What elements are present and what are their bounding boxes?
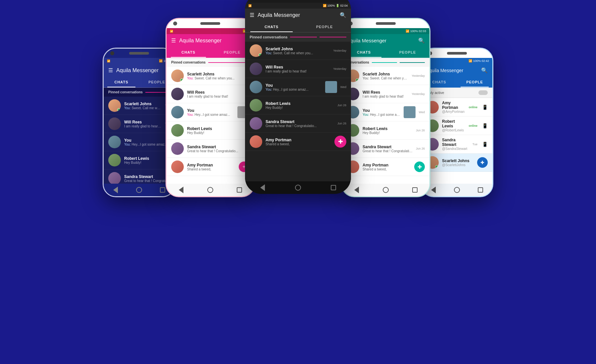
chat-preview-robert-far-left: Hey Buddy! [124,161,170,164]
nav-recent-far-right[interactable] [477,186,484,194]
chat-preview-sandra-right: Great to hear that ! Congratulatio... [363,149,413,153]
front-cam-left [173,22,177,25]
people-item-robert[interactable]: Robert Lewis @RobertLewis online 📱 [422,116,492,135]
people-item-sandra[interactable]: Sandra Stewart @SandraStewart Tue 📱 [422,135,492,154]
chat-item-amy-center[interactable]: Amy Portman Shared a tweed, ✚ [245,133,351,151]
chat-item-will-left[interactable]: Will Rees I am really glad to hear that! [167,85,254,103]
speaker-left [200,22,220,25]
nav-home-right[interactable] [382,186,389,194]
nav-back-far-left[interactable] [112,186,119,194]
search-icon-far-right[interactable]: 🔍 [481,67,488,73]
chat-info-will-center: Will Rees I am really glad to hear that! [266,65,330,73]
nav-home-far-right[interactable] [453,186,461,194]
chat-preview-robert-center: Hey Buddy! [266,106,334,110]
chat-time-sandra-center: Jun 26 [337,122,346,125]
fab-right[interactable]: ✚ [414,161,425,172]
avatar-will-far-left [108,117,121,130]
tab-chats-center[interactable]: CHATS [245,22,298,32]
chat-item-sandra-left[interactable]: Sandra Stewart Great to hear that ! Cong… [167,140,254,158]
search-icon-right[interactable]: 🔍 [418,37,425,44]
menu-icon-far-left[interactable]: ☰ [108,67,113,73]
nav-back-center[interactable] [259,184,266,191]
avatar-sandra-left [171,142,184,155]
app-title-right: Aquila Messenger [347,38,418,43]
nav-recent-far-left[interactable] [159,186,166,194]
chat-item-you-left[interactable]: You You: Hey...I got some amaz... [167,103,254,121]
people-handle-scarlett: @ScarlettJohns [442,163,474,167]
chat-item-scarlett-center[interactable]: Scarlett Johns You: Sweet. Call me when … [245,42,351,60]
nav-recent-right[interactable] [411,186,419,194]
chat-name-will-center: Will Rees [266,65,330,69]
avatar-robert-left [171,124,184,137]
chat-info-scarlett-left: Scarlett Johns You: Sweet. Call me when … [187,72,249,80]
nav-home-far-left[interactable] [135,186,143,194]
avatar-amy-center [250,135,262,148]
chat-name-amy-right: Amy Portman [363,163,411,167]
chat-item-you-far-left[interactable]: You You: Hey...I got some amaz... [104,133,174,151]
chat-time-you-center: Wed [340,85,346,89]
tab-chats-far-left[interactable]: CHATS [104,77,139,87]
status-info-far-right: 📶 100% 02:42 [469,59,489,63]
chat-item-robert-center[interactable]: Robert Lewis Hey Buddy! Jun 26 [245,96,351,114]
tabs-left: CHATS PEOPLE [167,47,254,58]
chat-item-scarlett-left[interactable]: Scarlett Johns You: Sweet. Call me when … [167,67,254,85]
chat-name-will-right: Will Rees [363,90,408,95]
chat-item-will-center[interactable]: Will Rees I am really glad to hear that!… [245,60,351,78]
chat-preview-will-left: I am really glad to hear that! [187,95,249,98]
chat-name-you-right: You [363,108,400,113]
chat-item-sandra-center[interactable]: Sandra Stewart Great to hear that ! Cong… [245,114,351,133]
nav-home-left[interactable] [207,186,214,194]
tab-people-far-right[interactable]: PEOPLE [457,77,492,87]
chat-preview-sandra-far-left: Great to hear that ! Congratulatio... [124,179,170,183]
nav-home-center[interactable] [294,184,302,191]
chat-preview-amy-left: Shared a tweed, [187,167,235,171]
notch-bar-right [342,19,429,28]
tab-chats-left[interactable]: CHATS [167,47,210,58]
screen-far-right: 📶 📶 100% 02:42 Aquila Messenger 🔍 CHATS … [422,58,492,184]
chat-item-will-right[interactable]: Will Rees I am really glad to hear that!… [342,85,429,103]
chat-preview-amy-center: Shared a tweed, [266,142,331,146]
status-icons-center: 📶 [248,4,252,7]
chat-item-amy-right[interactable]: Amy Portman Shared a tweed, ✚ [342,158,429,176]
fab-center[interactable]: ✚ [334,136,346,148]
nav-back-left[interactable] [177,186,185,194]
chat-item-sandra-far-left[interactable]: Sandra Stewart Great to hear that ! Cong… [104,169,174,184]
tab-people-right[interactable]: PEOPLE [386,47,429,58]
nav-recent-center[interactable] [330,184,337,191]
chat-item-robert-right[interactable]: Robert Lewis Hey Buddy! Jun 26 [342,121,429,140]
chat-item-will-far-left[interactable]: Will Rees I am really glad to hear that!… [104,115,174,133]
chat-item-robert-left[interactable]: Robert Lewis Hey Buddy! [167,121,254,140]
notch-bar-far-left [104,49,174,58]
notch-bar-left [167,19,254,28]
nav-back-right[interactable] [353,186,360,194]
home-bar-far-right [422,184,492,196]
chat-time-robert-right: Jun 26 [416,129,425,132]
online-badge-robert: online [469,124,478,127]
chat-item-sandra-right[interactable]: Sandra Stewart Great to hear that ! Cong… [342,140,429,158]
tabs-far-right: CHATS PEOPLE [422,77,492,88]
avatar-sandra-center [250,117,262,130]
people-item-amy[interactable]: Amy Portman @AmyPortman online 📱 [422,98,492,116]
chat-item-you-right[interactable]: You You: Hey...I got some amaz... Wed [342,103,429,121]
menu-icon-center[interactable]: ☰ [250,12,254,18]
chat-name-robert-left: Robert Lewis [187,126,249,131]
chat-item-scarlett-right[interactable]: Scarlett Johns You: Sweet. Call me when … [342,67,429,85]
chat-item-you-center[interactable]: You You: Hey...I got some amaz... Wed [245,78,351,96]
people-item-scarlett[interactable]: Scarlett Johns @ScarlettJohns ✚ [422,154,492,172]
chat-preview-you-far-left: You: Hey...I got some amaz... [124,143,170,146]
chat-item-amy-left[interactable]: Amy Portman Shared a tweed, + [167,158,254,176]
fab-far-right[interactable]: ✚ [477,157,488,168]
chat-name-scarlett-right: Scarlett Johns [363,72,408,76]
nav-back-far-right[interactable] [430,186,437,194]
chat-item-scarlett-far-left[interactable]: Scarlett Johns You: Sweet. Call me when … [104,97,174,115]
avatar-will-center [250,63,262,75]
nav-recent-left[interactable] [236,186,243,194]
menu-icon-left[interactable]: ☰ [171,37,176,44]
search-icon-center[interactable]: 🔍 [340,12,346,18]
chat-item-robert-far-left[interactable]: Robert Lewis Hey Buddy! [104,151,174,169]
only-active-toggle[interactable] [478,90,488,95]
tab-people-center[interactable]: PEOPLE [298,22,351,32]
chat-name-sandra-left: Sandra Stewart [187,145,249,149]
tabs-center: CHATS PEOPLE [245,22,351,32]
status-bar-far-right: 📶 📶 100% 02:42 [422,58,492,64]
